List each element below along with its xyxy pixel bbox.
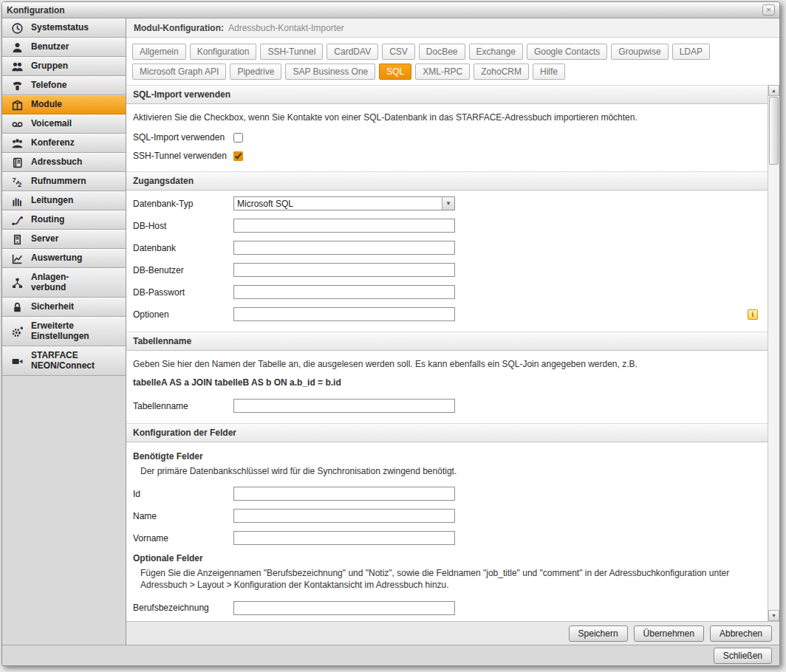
tab-hilfe[interactable]: Hilfe xyxy=(533,64,565,80)
sidebar-item-konferenz[interactable]: Konferenz xyxy=(2,134,126,153)
sidebar-item-label: Anlagen- verbund xyxy=(31,272,69,293)
sidebar-item-label: Routing xyxy=(31,215,64,225)
tab-zohocrm[interactable]: ZohoCRM xyxy=(474,64,529,80)
sidebar-item-label: Voicemail xyxy=(31,119,72,129)
sidebar-item-systemstatus[interactable]: Systemstatus xyxy=(2,18,126,38)
field-label-name: Name xyxy=(133,511,233,521)
chevron-down-icon: ▼ xyxy=(442,197,454,210)
tab-groupwise[interactable]: Groupwise xyxy=(611,44,668,60)
sidebar-item-label: Systemstatus xyxy=(31,23,89,33)
field-label-id: Id xyxy=(133,489,233,499)
name-row: Name xyxy=(133,509,761,523)
sidebar: Systemstatus Benutzer Gruppen Telefone M… xyxy=(2,18,126,645)
scrollbar[interactable]: ▲ ▼ xyxy=(768,85,779,621)
numbers-icon: 72 xyxy=(8,176,26,188)
field-label-vorname: Vorname xyxy=(133,533,233,544)
tab-google-contacts[interactable]: Google Contacts xyxy=(527,44,607,60)
db-passwort-input[interactable] xyxy=(233,285,455,299)
tab-exchange[interactable]: Exchange xyxy=(469,44,523,60)
optional-fields-description: Fügen Sie die Anzeigennamen "Berufsbezei… xyxy=(133,567,761,591)
datenbank-typ-row: Datenbank-Typ Microsoft SQL ▼ xyxy=(133,196,761,210)
window-titlebar: Konfiguration × xyxy=(2,2,779,18)
sql-import-description: Aktivieren Sie die Checkbox, wenn Sie Ko… xyxy=(133,112,761,123)
tabellenname-input[interactable] xyxy=(233,399,455,413)
field-label-optionen: Optionen xyxy=(133,309,233,320)
sidebar-item-label: STARFACE NEON/Connect xyxy=(31,351,95,371)
sidebar-item-server[interactable]: Server xyxy=(2,230,126,249)
field-label-tabellenname: Tabellenname xyxy=(133,401,233,411)
sidebar-item-starface-neon[interactable]: STARFACE NEON/Connect xyxy=(2,346,126,376)
cancel-button[interactable]: Abbrechen xyxy=(710,625,772,642)
section-felder: Benötigte Felder Der primäre Datenbanksc… xyxy=(126,442,768,621)
datenbank-input[interactable] xyxy=(233,241,455,255)
section-header-tabellenname: Tabellenname xyxy=(126,332,768,351)
sidebar-item-adressbuch[interactable]: Adressbuch xyxy=(2,153,126,172)
field-label-db-benutzer: DB-Benutzer xyxy=(133,265,233,275)
database-type-select[interactable]: Microsoft SQL ▼ xyxy=(233,196,455,210)
window-close-icon[interactable]: × xyxy=(762,4,775,16)
scrollbar-track[interactable] xyxy=(768,96,779,610)
vorname-input[interactable] xyxy=(233,531,455,545)
sidebar-item-rufnummern[interactable]: 72 Rufnummern xyxy=(2,172,126,191)
scrollbar-thumb[interactable] xyxy=(769,97,779,165)
datenbank-row: Datenbank xyxy=(133,241,761,255)
sidebar-item-leitungen[interactable]: Leitungen xyxy=(2,191,126,210)
tab-bar: Allgemein Konfiguration SSH-Tunnel CardD… xyxy=(126,38,779,85)
section-zugangsdaten: Datenbank-Typ Microsoft SQL ▼ DB-Host Da… xyxy=(126,191,768,332)
sidebar-item-label: Server xyxy=(31,234,58,244)
tab-konfiguration[interactable]: Konfiguration xyxy=(190,44,257,60)
field-label-db-host: DB-Host xyxy=(133,221,233,231)
optional-fields-heading: Optionale Felder xyxy=(133,553,761,563)
required-fields-heading: Benötigte Felder xyxy=(133,451,761,462)
sidebar-item-sicherheit[interactable]: Sicherheit xyxy=(2,298,126,317)
sidebar-item-anlagenverbund[interactable]: Anlagen- verbund xyxy=(2,268,126,298)
sidebar-item-benutzer[interactable]: Benutzer xyxy=(2,38,126,57)
module-header-value: Adressbuch-Kontakt-Importer xyxy=(228,23,344,33)
interconnect-icon xyxy=(8,277,26,289)
info-icon[interactable]: i xyxy=(748,309,758,320)
sidebar-item-erweiterte-einstellungen[interactable]: Erweiterte Einstellungen xyxy=(2,317,126,346)
save-button[interactable]: Speichern xyxy=(569,625,628,642)
tab-sap-business-one[interactable]: SAP Business One xyxy=(285,64,375,80)
tab-xml-rpc[interactable]: XML-RPC xyxy=(415,64,470,80)
field-label-db-passwort: DB-Passwort xyxy=(133,287,233,298)
db-host-input[interactable] xyxy=(233,219,455,233)
sidebar-item-gruppen[interactable]: Gruppen xyxy=(2,57,126,76)
vorname-row: Vorname xyxy=(133,531,761,545)
sidebar-item-auswertung[interactable]: Auswertung xyxy=(2,249,126,268)
tab-ldap[interactable]: LDAP xyxy=(672,44,710,60)
field-label-datenbank: Datenbank xyxy=(133,243,233,253)
tab-microsoft-graph-api[interactable]: Microsoft Graph API xyxy=(132,64,226,80)
tab-docbee[interactable]: DocBee xyxy=(419,44,465,60)
tab-pipedrive[interactable]: Pipedrive xyxy=(230,64,281,80)
tab-sql[interactable]: SQL xyxy=(379,64,411,80)
scroll-up-icon[interactable]: ▲ xyxy=(768,85,779,96)
tabellenname-row: Tabellenname xyxy=(133,399,761,413)
id-input[interactable] xyxy=(233,487,455,501)
tab-ssh-tunnel[interactable]: SSH-Tunnel xyxy=(260,44,323,60)
sidebar-item-telefone[interactable]: Telefone xyxy=(2,76,126,95)
ssh-tunnel-checkbox[interactable] xyxy=(233,151,243,161)
lines-icon xyxy=(8,195,26,208)
tab-allgemein[interactable]: Allgemein xyxy=(132,44,186,60)
sql-import-checkbox[interactable] xyxy=(233,133,243,143)
section-header-felder: Konfiguration der Felder xyxy=(126,423,768,442)
close-button[interactable]: Schließen xyxy=(714,648,772,664)
field-label-datenbank-typ: Datenbank-Typ xyxy=(133,199,233,209)
sidebar-item-label: Leitungen xyxy=(31,196,73,206)
optionen-input[interactable] xyxy=(233,307,455,321)
berufsbezeichnung-input[interactable] xyxy=(233,601,455,615)
sidebar-item-routing[interactable]: Routing xyxy=(2,210,126,230)
sidebar-item-module[interactable]: Module xyxy=(2,95,126,114)
apply-button[interactable]: Übernehmen xyxy=(634,625,704,642)
db-host-row: DB-Host xyxy=(133,219,761,233)
window-title: Konfiguration xyxy=(7,5,65,16)
tab-carddav[interactable]: CardDAV xyxy=(327,44,378,60)
scroll-down-icon[interactable]: ▼ xyxy=(768,610,779,621)
field-label-ssh-tunnel: SSH-Tunnel verwenden xyxy=(133,151,233,161)
name-input[interactable] xyxy=(233,509,455,523)
camera-icon xyxy=(8,355,26,368)
sidebar-item-voicemail[interactable]: Voicemail xyxy=(2,114,126,134)
db-benutzer-input[interactable] xyxy=(233,263,455,277)
tab-csv[interactable]: CSV xyxy=(382,44,415,60)
